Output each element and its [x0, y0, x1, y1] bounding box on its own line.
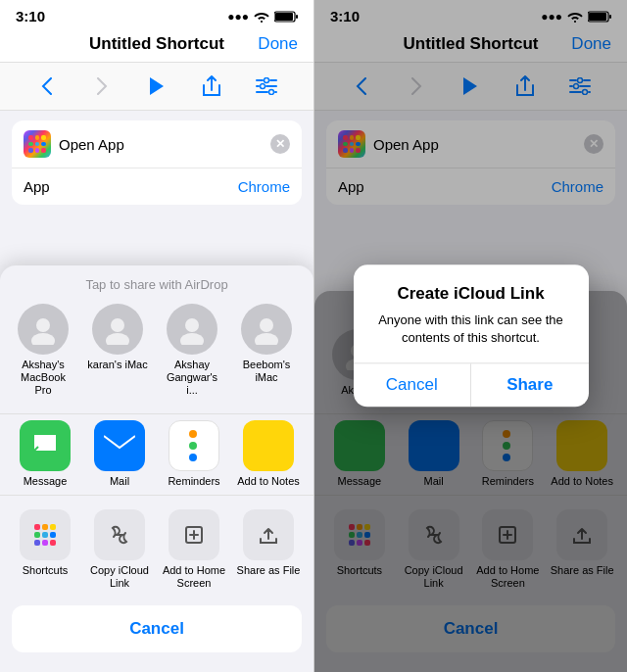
share-action-file[interactable]: Share as File [235, 509, 302, 590]
avatar-3 [241, 304, 292, 355]
share-file-icon [243, 509, 294, 560]
svg-point-5 [265, 78, 269, 83]
airdrop-label-left: Tap to share with AirDrop [0, 277, 314, 292]
nav-title-left: Untitled Shortcut [89, 34, 224, 54]
icloud-dialog-buttons: Cancel Share [354, 363, 589, 408]
status-icons-left: ●●● [227, 10, 298, 24]
forward-button-left[interactable] [86, 71, 118, 102]
airdrop-row-left: Akshay's MacBook Pro karan's iMac Akshay… [0, 304, 314, 398]
svg-rect-23 [104, 434, 135, 457]
airdrop-name-2: Akshay Gangwar's i... [161, 359, 223, 398]
share-app-message[interactable]: Message [12, 420, 78, 487]
svg-rect-12 [274, 91, 277, 93]
share-sheet-left: Tap to share with AirDrop Akshay's MacBo… [0, 265, 314, 672]
share-apps-row-left: Message Mail Reminders [0, 420, 314, 487]
svg-rect-7 [256, 85, 260, 87]
svg-point-17 [185, 318, 199, 332]
mail-label: Mail [110, 475, 129, 487]
svg-point-16 [106, 333, 129, 345]
back-button-left[interactable] [31, 71, 63, 102]
airdrop-name-0: Akshay's MacBook Pro [12, 359, 74, 398]
share-file-label: Share as File [237, 564, 301, 577]
mail-icon [94, 420, 145, 471]
reminders-icon [169, 420, 219, 471]
airdrop-contact-3[interactable]: Beebom's iMac [235, 304, 298, 398]
status-bar-left: 3:10 ●●● [0, 0, 314, 28]
time-left: 3:10 [16, 8, 45, 24]
share-action-home[interactable]: Add to Home Screen [161, 509, 227, 590]
message-icon [20, 420, 71, 471]
action-title-left: Open App [59, 136, 263, 153]
action-app-label-left: App [24, 178, 50, 195]
share-action-copy-link[interactable]: Copy iCloud Link [86, 509, 153, 590]
share-actions-row-left: Shortcuts Copy iCloud Link Add to Home S… [0, 502, 314, 598]
message-label: Message [24, 475, 68, 487]
reminders-label: Reminders [168, 475, 219, 487]
airdrop-name-3: Beebom's iMac [235, 359, 298, 384]
icloud-dialog-content: Create iCloud Link Anyone with this link… [354, 264, 589, 347]
battery-icon [274, 11, 298, 23]
svg-point-15 [111, 318, 124, 332]
divider-2 [0, 495, 314, 496]
airdrop-name-1: karan's iMac [87, 359, 147, 371]
action-icon-left [24, 130, 51, 158]
notes-label: Add to Notes [237, 475, 300, 487]
icloud-dialog: Create iCloud Link Anyone with this link… [354, 264, 589, 407]
left-panel: 3:10 ●●● Untitled Shortcut Done [0, 0, 314, 672]
action-block-left: Open App ✕ App Chrome [12, 120, 302, 205]
svg-rect-6 [269, 79, 277, 81]
icloud-share-button[interactable]: Share [470, 364, 589, 408]
copy-link-label: Copy iCloud Link [86, 564, 153, 590]
add-home-icon [169, 509, 219, 560]
share-button-left[interactable] [196, 71, 227, 102]
done-button-left[interactable]: Done [258, 34, 298, 54]
svg-point-11 [269, 90, 274, 95]
icloud-dialog-title: Create iCloud Link [369, 284, 573, 304]
svg-point-14 [31, 333, 55, 345]
svg-point-19 [260, 318, 273, 332]
action-header-left: Open App ✕ [12, 120, 302, 168]
signal-icon: ●●● [227, 10, 249, 24]
svg-point-13 [36, 318, 50, 332]
share-app-notes[interactable]: Add to Notes [235, 420, 302, 487]
airdrop-contact-0[interactable]: Akshay's MacBook Pro [12, 304, 74, 398]
airdrop-contact-1[interactable]: karan's iMac [86, 304, 149, 398]
cancel-button-left[interactable]: Cancel [12, 605, 302, 652]
add-home-label: Add to Home Screen [161, 564, 227, 590]
share-action-shortcuts[interactable]: Shortcuts [12, 509, 78, 590]
action-app-value-left[interactable]: Chrome [238, 178, 290, 195]
svg-rect-9 [265, 85, 277, 87]
play-button-left[interactable] [141, 71, 172, 102]
svg-point-18 [180, 333, 204, 345]
copy-link-icon [94, 509, 145, 560]
right-panel: 3:10 ●●● Untitled Shortcut Done [314, 0, 627, 672]
nav-bar-left: Untitled Shortcut Done [0, 28, 314, 63]
toolbar-left [0, 63, 314, 111]
svg-point-20 [255, 333, 278, 345]
shortcuts-label: Shortcuts [23, 564, 68, 577]
svg-point-8 [261, 84, 265, 89]
shortcuts-icon [20, 509, 71, 560]
svg-marker-3 [150, 77, 164, 95]
icloud-dialog-message: Anyone with this link can see the conten… [369, 312, 573, 347]
share-app-reminders[interactable]: Reminders [161, 420, 227, 487]
share-app-mail[interactable]: Mail [86, 420, 153, 487]
svg-rect-4 [256, 79, 264, 81]
divider-1 [0, 413, 314, 414]
svg-rect-10 [256, 91, 268, 93]
action-close-left[interactable]: ✕ [270, 134, 290, 154]
wifi-icon [254, 11, 269, 23]
avatar-2 [167, 304, 217, 355]
avatar-1 [92, 304, 143, 355]
settings-button-left[interactable] [251, 71, 282, 102]
svg-rect-1 [275, 13, 293, 21]
svg-rect-2 [296, 15, 298, 19]
airdrop-contact-2[interactable]: Akshay Gangwar's i... [161, 304, 223, 398]
icloud-cancel-button[interactable]: Cancel [354, 364, 471, 408]
avatar-0 [18, 304, 69, 355]
action-row-left: App Chrome [12, 168, 302, 205]
notes-icon [243, 420, 294, 471]
